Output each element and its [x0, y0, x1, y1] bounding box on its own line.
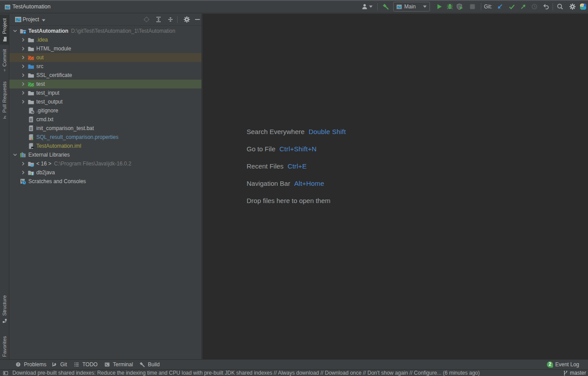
tree-row[interactable]: cmd.txt [9, 115, 201, 124]
tree-item-label: test_input [36, 90, 59, 96]
tree-item-note: D:\gitTest\TestAutomation_1\TestAutomati… [71, 28, 175, 34]
tree-row[interactable]: out [9, 53, 201, 62]
git-branch-widget[interactable]: master [570, 370, 586, 376]
tree-row[interactable]: TestAutomationD:\gitTest\TestAutomation_… [9, 27, 201, 35]
tree-row[interactable]: db2java [9, 168, 201, 177]
header-divider [177, 16, 178, 23]
tool-button-problems[interactable]: Problems [15, 360, 46, 369]
git-update-icon[interactable] [496, 3, 503, 10]
tree-row[interactable]: External Libraries [9, 150, 201, 159]
chevron-right-icon[interactable] [19, 160, 27, 167]
history-icon[interactable] [531, 3, 538, 10]
chevron-right-icon[interactable] [19, 63, 27, 70]
stripe-button-commit[interactable]: Commit [0, 46, 9, 74]
folder-icon [27, 98, 35, 105]
run-config-combo[interactable]: Main [393, 2, 430, 12]
tree-row[interactable]: test [9, 80, 201, 88]
shortcut-hint-row: Navigation BarAlt+Home [247, 175, 346, 192]
tool-button-label: Git [60, 361, 67, 368]
folder-lib-icon [27, 169, 35, 176]
chevron-right-icon[interactable] [19, 89, 27, 96]
coverage-icon[interactable] [456, 3, 463, 10]
stripe-label: Pull Requests [2, 81, 7, 113]
tool-button-label: Build [148, 361, 160, 368]
shortcut-hint-label: Search Everywhere [247, 128, 305, 135]
stripe-button-structure[interactable]: Structure [0, 288, 9, 326]
debug-icon[interactable] [446, 3, 453, 10]
status-message[interactable]: Download pre-built shared indexes: Reduc… [12, 370, 480, 376]
chevron-down-icon[interactable] [12, 27, 19, 35]
tree-row[interactable]: Scratches and Consoles [9, 177, 201, 186]
caret-down-icon [369, 5, 373, 8]
hide-panel-icon[interactable] [194, 16, 201, 23]
avatar[interactable] [580, 3, 587, 10]
run-config-caret-icon [423, 5, 427, 8]
search-everywhere-icon[interactable] [557, 3, 564, 10]
chevron-right-icon[interactable] [19, 81, 27, 88]
git-push-icon[interactable] [520, 3, 527, 10]
git-commit-icon[interactable] [508, 3, 515, 10]
tool-button-git[interactable]: Git [51, 360, 67, 369]
window-title: TestAutomation [12, 0, 50, 13]
stripe-button-project[interactable]: Project [0, 15, 9, 45]
chevron-right-icon[interactable] [19, 54, 27, 61]
tree-row[interactable]: HTML_module [9, 44, 201, 53]
tree-row[interactable]: src [9, 62, 201, 71]
tree-item-label: < 16 > [36, 161, 51, 167]
tree-row[interactable]: .gitignore [9, 106, 201, 115]
project-tree: TestAutomationD:\gitTest\TestAutomation_… [9, 27, 201, 186]
ide-window: TestAutomation MainGit: ProjectCommitPul… [0, 0, 588, 376]
chevron-right-icon[interactable] [19, 72, 27, 79]
tree-row[interactable]: test_output [9, 97, 201, 106]
project-view-caret-icon[interactable] [42, 19, 46, 22]
tool-button-build[interactable]: Build [139, 360, 160, 369]
chevron-right-icon[interactable] [19, 45, 27, 52]
tree-item-label: db2java [36, 169, 55, 176]
settings-gear-icon[interactable] [569, 3, 576, 10]
event-log-button[interactable]: 2 Event Log [547, 360, 579, 369]
stripe-button-pull-requests[interactable]: Pull Requests [0, 78, 9, 122]
build-hammer-icon[interactable] [382, 3, 389, 10]
chevron-right-icon[interactable] [19, 98, 27, 105]
user-icon[interactable] [361, 3, 368, 10]
run-icon[interactable] [436, 3, 443, 10]
todo-icon [74, 361, 80, 368]
divider-3 [553, 3, 553, 10]
divider-2 [481, 3, 481, 10]
stop-icon[interactable] [469, 3, 476, 10]
tree-row[interactable]: .idea [9, 35, 201, 44]
tree-row[interactable]: SSL_certificate [9, 71, 201, 80]
tree-item-label: cmd.txt [36, 116, 54, 123]
tool-button-label: Problems [24, 361, 46, 368]
select-opened-file-icon[interactable] [143, 16, 150, 23]
folder-test-icon [27, 81, 35, 88]
tree-row[interactable]: TestAutomation.iml [9, 142, 201, 150]
tree-row[interactable]: < 16 >C:\Program Files\Java\jdk-16.0.2 [9, 159, 201, 168]
run-config-app-icon [396, 4, 402, 10]
shortcut-hint-label: Navigation Bar [247, 180, 290, 187]
chevron-right-icon[interactable] [19, 169, 27, 176]
chevron-right-icon[interactable] [19, 36, 27, 43]
rollback-icon[interactable] [542, 3, 549, 10]
project-panel-title[interactable]: Project [23, 14, 39, 25]
panel-settings-gear-icon[interactable] [183, 16, 190, 23]
file-ignore-icon [27, 107, 35, 114]
stripe-label: Favorites [2, 336, 7, 357]
tree-row[interactable]: init_comparison_test.bat [9, 124, 201, 133]
tree-row[interactable]: test_input [9, 88, 201, 97]
hammer-green-icon [382, 3, 389, 10]
chevron-down-icon[interactable] [12, 151, 19, 158]
shortcut-hint-label: Go to File [247, 145, 275, 153]
tool-button-terminal[interactable]: Terminal [104, 360, 133, 369]
user-caret-icon[interactable] [369, 5, 373, 8]
tool-window-switcher-icon[interactable] [3, 370, 8, 376]
expand-all-icon[interactable] [155, 16, 162, 23]
tool-button-todo[interactable]: TODO [74, 360, 97, 369]
stripe-label: Project [2, 18, 7, 34]
collapse-all-icon[interactable] [167, 16, 174, 23]
clock-icon [531, 3, 538, 10]
project-tool-window: Project TestAutomationD:\gitTest\TestAut… [9, 14, 202, 359]
tree-row[interactable]: SQL_result_comparison.properties [9, 133, 201, 142]
tree-item-label: SSL_certificate [36, 72, 72, 78]
stripe-label: Commit [2, 49, 7, 67]
